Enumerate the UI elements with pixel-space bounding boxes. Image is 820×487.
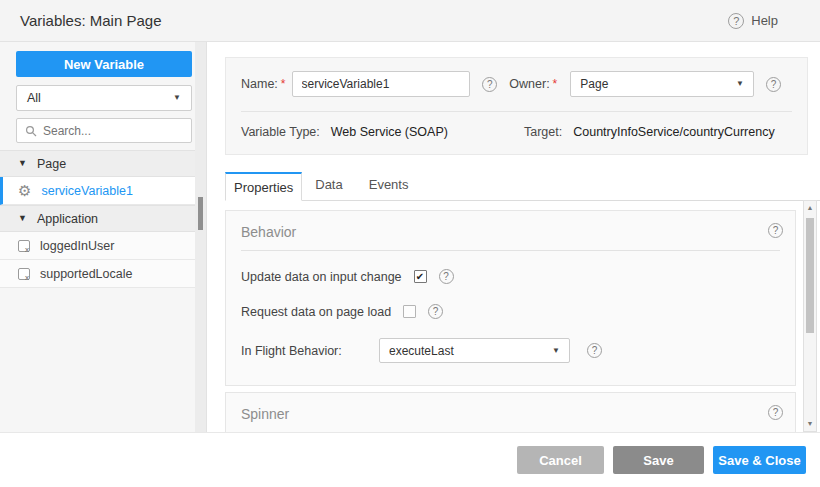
request-data-help-icon[interactable]: ? xyxy=(428,304,443,319)
owner-select[interactable]: Page ▼ xyxy=(570,71,754,97)
chevron-down-icon: ▼ xyxy=(736,80,744,88)
tree-item-supportedlocale[interactable]: x supportedLocale xyxy=(0,260,196,288)
in-flight-label: In Flight Behavior: xyxy=(241,344,367,358)
request-data-label: Request data on page load xyxy=(241,305,391,319)
variable-filter-value: All xyxy=(27,91,41,105)
required-mark: * xyxy=(281,77,286,91)
tab-properties[interactable]: Properties xyxy=(225,172,302,201)
save-and-close-button[interactable]: Save & Close xyxy=(713,446,806,474)
properties-scrollbar-thumb[interactable] xyxy=(806,218,814,333)
variable-filter-select[interactable]: All ▼ xyxy=(16,85,192,111)
tree-group-page[interactable]: ▼ Page xyxy=(0,150,196,177)
search-input[interactable] xyxy=(43,124,183,138)
in-flight-select[interactable]: executeLast ▼ xyxy=(379,338,570,363)
properties-scrollbar[interactable]: ▲ ▼ xyxy=(803,200,817,432)
sidebar-scrollbar[interactable] xyxy=(195,42,206,432)
section-divider xyxy=(241,250,780,251)
help-icon: ? xyxy=(728,13,744,29)
update-data-help-icon[interactable]: ? xyxy=(439,269,454,284)
web-service-variable-icon: ⚙ xyxy=(18,183,31,198)
scroll-down-icon[interactable]: ▼ xyxy=(804,418,816,430)
name-label: Name: xyxy=(241,77,278,91)
tab-data[interactable]: Data xyxy=(302,171,355,200)
tree-item-servicevariable1[interactable]: ⚙ serviceVariable1 xyxy=(0,177,196,205)
tree-group-application[interactable]: ▼ Application xyxy=(0,205,196,232)
type-target-row: Variable Type: Web Service (SOAP) Target… xyxy=(226,112,807,139)
name-owner-row: Name: * ? Owner: * Page ▼ ? xyxy=(226,58,807,97)
spinner-section: Spinner ? xyxy=(225,392,796,432)
tree-item-label: loggedInUser xyxy=(40,239,114,253)
search-icon xyxy=(25,125,37,137)
collapse-triangle-icon: ▼ xyxy=(18,159,27,168)
owner-value: Page xyxy=(580,77,608,91)
update-data-row: Update data on input change ✔ ? xyxy=(241,269,780,284)
variable-editor: Name: * ? Owner: * Page ▼ ? Variable Typ… xyxy=(207,42,820,432)
update-data-checkbox[interactable]: ✔ xyxy=(414,270,427,283)
in-flight-value: executeLast xyxy=(389,344,454,358)
sidebar-scrollbar-thumb[interactable] xyxy=(198,197,203,230)
in-flight-help-icon[interactable]: ? xyxy=(587,343,602,358)
name-help-icon[interactable]: ? xyxy=(482,77,497,92)
help-label: Help xyxy=(751,13,778,28)
target-value: CountryInfoService/countryCurrency xyxy=(573,125,774,139)
request-data-checkbox[interactable]: ✔ xyxy=(403,305,416,318)
scroll-up-icon[interactable]: ▲ xyxy=(804,202,816,214)
editor-tabbar: Properties Data Events xyxy=(225,172,820,201)
app-body: New Variable All ▼ ▼ Page ⚙ serviceVaria… xyxy=(0,42,820,432)
chevron-down-icon: ▼ xyxy=(552,347,560,355)
behavior-section-title: Behavior xyxy=(226,211,795,240)
search-box xyxy=(16,118,192,143)
in-flight-row: In Flight Behavior: executeLast ▼ ? xyxy=(241,338,780,363)
tree-group-label: Page xyxy=(37,157,66,171)
help-button[interactable]: ? Help xyxy=(728,13,778,29)
variable-type-value: Web Service (SOAP) xyxy=(331,125,448,139)
variable-type-pair: Variable Type: Web Service (SOAP) xyxy=(241,125,524,139)
required-mark: * xyxy=(553,77,558,91)
checkmark-icon: ✔ xyxy=(416,272,424,282)
owner-label: Owner: xyxy=(509,77,549,91)
spinner-help-icon[interactable]: ? xyxy=(768,405,783,420)
tree-item-label: serviceVariable1 xyxy=(41,184,132,198)
chevron-down-icon: ▼ xyxy=(173,94,181,102)
static-variable-icon: x xyxy=(18,268,30,280)
target-label: Target: xyxy=(524,125,562,139)
collapse-triangle-icon: ▼ xyxy=(18,214,27,223)
variable-summary-panel: Name: * ? Owner: * Page ▼ ? Variable Typ… xyxy=(225,57,808,155)
save-button[interactable]: Save xyxy=(613,446,704,474)
owner-help-icon[interactable]: ? xyxy=(766,77,781,92)
tree-item-label: supportedLocale xyxy=(40,267,132,281)
sidebar-content: New Variable All ▼ ▼ Page ⚙ serviceVaria… xyxy=(0,51,196,288)
behavior-help-icon[interactable]: ? xyxy=(768,223,783,238)
tree-item-loggedinuser[interactable]: x loggedInUser xyxy=(0,232,196,260)
variable-type-label: Variable Type: xyxy=(241,125,320,139)
tree-group-label: Application xyxy=(37,212,98,226)
app-header: Variables: Main Page ? Help xyxy=(0,0,820,42)
new-variable-button[interactable]: New Variable xyxy=(16,51,192,77)
action-footer: Cancel Save Save & Close xyxy=(0,432,820,487)
tab-events[interactable]: Events xyxy=(356,171,422,200)
spinner-section-title: Spinner xyxy=(226,393,795,422)
behavior-section: Behavior ? Update data on input change ✔… xyxy=(225,210,796,386)
request-data-row: Request data on page load ✔ ? xyxy=(241,304,780,319)
target-pair: Target: CountryInfoService/countryCurren… xyxy=(524,125,775,139)
cancel-button[interactable]: Cancel xyxy=(517,446,604,474)
name-input[interactable] xyxy=(292,71,471,97)
variables-sidebar: New Variable All ▼ ▼ Page ⚙ serviceVaria… xyxy=(0,42,207,432)
static-variable-icon: x xyxy=(18,240,30,252)
update-data-label: Update data on input change xyxy=(241,270,402,284)
page-title: Variables: Main Page xyxy=(20,12,161,29)
